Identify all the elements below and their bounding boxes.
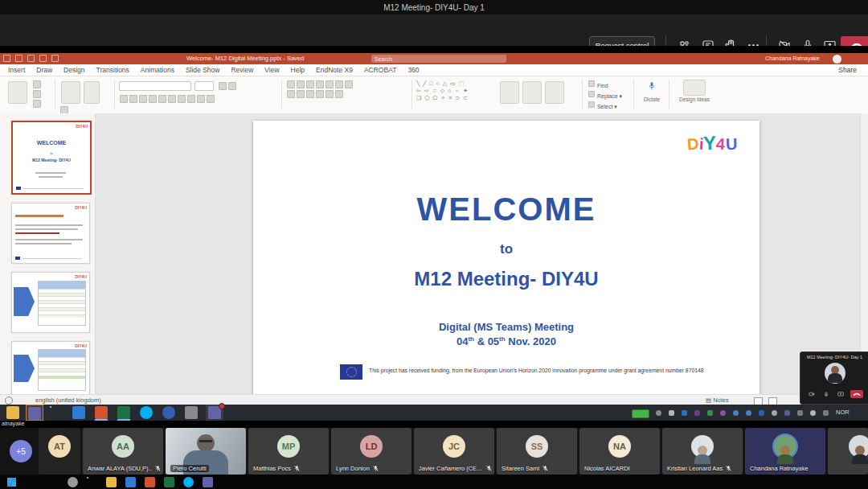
menu-design[interactable]: Design [63,66,84,74]
menu-animations[interactable]: Animations [141,66,174,74]
participant-name: Kristian Leonard Aas [667,465,741,472]
menu-360[interactable]: 360 [407,66,419,74]
sorter-view-icon[interactable] [768,397,777,405]
undo-icon [15,55,23,62]
pip-camera-icon[interactable] [807,390,817,398]
file-explorer-icon[interactable] [6,406,19,419]
ribbon-design-ideas-button[interactable]: Design Ideas [674,80,715,109]
participant-tile-partial[interactable] [828,428,868,475]
tray-icon[interactable] [772,410,777,416]
diy4u-logo-mini: DIY4U [75,205,87,210]
tray-icon[interactable] [669,410,674,416]
tray-language[interactable]: NOR [836,409,850,416]
thumbnail-slide-1[interactable]: DIY4U WELCOME to M12 Meeting- DIY4U [11,121,92,195]
menu-review[interactable]: Review [231,66,253,74]
teams-icon[interactable] [203,477,213,487]
select-button[interactable]: Select [597,104,612,109]
participant-tile[interactable]: JC Javier Cañamero (CET... [414,428,494,475]
participant-tile-speaking[interactable]: Chandana Ratnayake [745,428,825,475]
powerpoint-icon[interactable] [145,477,155,487]
tray-icon[interactable] [759,410,764,416]
find-button[interactable]: Find [597,83,608,88]
slide-subtitle-to: to [253,241,760,257]
slide-thumbnail-panel[interactable]: DIY4U WELCOME to M12 Meeting- DIY4U DIY4… [0,113,96,394]
file-explorer-icon[interactable] [106,477,117,487]
quick-access-toolbar[interactable] [3,55,59,62]
thumbnail-slide-4[interactable]: DIY4U [11,341,90,396]
participant-video-tile[interactable]: Piero Cerutti [166,428,246,475]
ribbon-editing-group[interactable]: Find Replace ▾ Select ▾ [588,80,629,109]
tray-icon[interactable] [720,410,726,416]
teams-pip-window[interactable]: M12 Meeting- DIY4U- Day 1 [800,351,868,405]
participant-tile[interactable]: LD Lynn Donlon [331,428,411,475]
ppt-share-button[interactable]: Share [838,66,857,74]
tray-icon[interactable] [784,410,790,416]
ppt-account-avatar[interactable] [833,55,841,64]
tray-icon[interactable] [746,410,751,416]
skype-icon[interactable] [183,477,194,487]
ribbon-dictate-button[interactable]: Dictate [638,80,665,109]
viewer-taskbar [0,475,868,489]
screenshot-root: M12 Meeting- DIY4U- Day 1 Request contro… [0,0,868,489]
mic-muted-icon [725,465,732,472]
battery-indicator[interactable] [632,409,649,418]
ribbon-shapes-gallery[interactable]: ╲ ╱ □ ○ △ ▭ ⬚ ⇦ ⇨ ☆ ◇ ⌂ ～ ✦ ❏ ⬡ ⬠ ✧ ≡ ⊃ … [416,80,493,109]
ribbon-slides-group[interactable] [59,80,109,109]
participant-tile[interactable]: NA Nicolas AICARDI [579,428,660,475]
pip-hangup-button[interactable] [850,390,863,398]
pip-share-icon[interactable] [836,390,845,398]
browser-icon[interactable] [162,406,175,419]
avatar-initials: AT [48,435,71,458]
participant-tile[interactable]: Kristian Leonard Aas [662,428,743,475]
pip-mic-icon[interactable] [821,390,831,398]
outlook-icon[interactable] [72,406,85,419]
search-icon[interactable] [68,477,78,487]
status-notes-button[interactable]: ▤ Notes [706,397,729,404]
tray-icon[interactable] [797,410,803,416]
ppt-search-input[interactable] [371,55,506,63]
thumbnail-slide-2[interactable]: DIY4U [11,203,90,264]
overflow-participants-badge[interactable]: +5 [10,440,32,462]
presenter-label: atnayake [2,421,24,426]
participant-tile[interactable]: AA Anwar ALAYA (SDU,P).. [83,428,163,475]
replace-button[interactable]: Replace [597,93,618,99]
ribbon-paragraph-group[interactable] [286,80,407,109]
participant-name: Nicolas AICARDI [584,465,658,472]
participant-tile[interactable]: SS Sitareen Sami [497,428,577,475]
tray-icon[interactable] [694,410,700,416]
normal-view-icon[interactable] [754,397,763,405]
tray-icon[interactable] [810,410,816,416]
participant-name: Anwar ALAYA (SDU,P).. [88,465,162,472]
start-button[interactable] [7,478,16,487]
excel-icon[interactable] [117,406,130,419]
tray-icon[interactable] [707,410,713,416]
menu-help[interactable]: Help [291,66,305,74]
slide-canvas[interactable]: DiY4U WELCOME to M12 Meeting- DIY4U Digi… [253,121,760,394]
ribbon-arrange-group[interactable] [498,80,575,109]
outlook-icon[interactable] [125,477,136,487]
tray-icon[interactable] [682,410,687,416]
menu-endnote[interactable]: EndNote X9 [316,66,353,74]
ribbon-font-group[interactable] [119,80,276,109]
ribbon-clipboard-group[interactable] [6,80,51,109]
skype-icon[interactable] [140,406,153,419]
thumbnail-slide-3[interactable]: DIY4U [11,272,90,333]
menu-slideshow[interactable]: Slide Show [186,66,220,74]
menu-view[interactable]: View [264,66,279,74]
tray-icon[interactable] [656,410,661,416]
tray-icon[interactable] [823,410,829,416]
status-language[interactable]: english (united kingdom) [35,397,101,404]
powerpoint-icon[interactable] [95,406,108,419]
teams-notify-highlight[interactable] [206,405,223,421]
menu-transitions[interactable]: Transitions [96,66,129,74]
participant-tile[interactable]: MP Matthias Pocs [248,428,329,475]
menu-acrobat[interactable]: ACROBAT [364,66,396,74]
teams-active-highlight[interactable] [26,405,43,421]
tray-icon[interactable] [733,410,739,416]
excel-icon[interactable] [164,477,174,487]
onenote-icon[interactable] [185,406,198,419]
menu-insert[interactable]: Insert [8,66,25,74]
participant-tile[interactable]: AT [39,428,80,475]
diy4u-logo-mini: DIY4U [75,274,87,279]
menu-draw[interactable]: Draw [36,66,52,74]
